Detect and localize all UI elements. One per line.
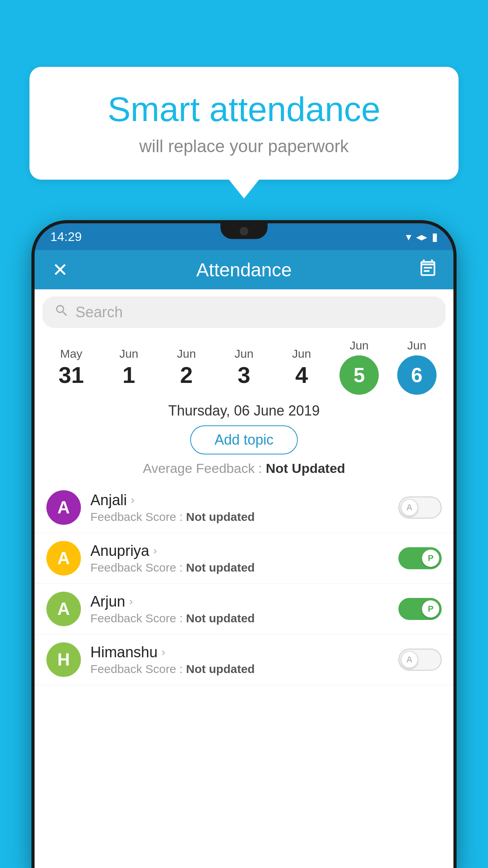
toggle-switch[interactable]: P <box>398 547 442 569</box>
student-info: Anjali ›Feedback Score : Not updated <box>90 492 389 524</box>
student-name: Arjun › <box>90 593 389 610</box>
student-name: Himanshu › <box>90 644 389 661</box>
toggle-switch[interactable]: A <box>398 649 442 671</box>
date-month: May <box>60 347 83 360</box>
avg-feedback: Average Feedback : Not Updated <box>35 461 453 482</box>
date-month: Jun <box>407 339 426 352</box>
phone-inner: 14:29 ▾ ◂▸ ▮ ✕ Attendance <box>35 223 453 868</box>
date-month: Jun <box>350 339 369 352</box>
date-item-3[interactable]: Jun3 <box>220 347 268 386</box>
date-item-1[interactable]: Jun1 <box>105 347 152 386</box>
screen-content: Search May31Jun1Jun2Jun3Jun4Jun5Jun6 Thu… <box>35 289 453 868</box>
calendar-icon[interactable] <box>416 258 440 282</box>
student-name: Anupriya › <box>90 542 389 559</box>
date-month: Jun <box>292 347 311 360</box>
student-feedback: Feedback Score : Not updated <box>90 510 389 524</box>
attendance-toggle[interactable]: A <box>398 497 442 519</box>
camera-notch <box>240 227 248 235</box>
student-feedback: Feedback Score : Not updated <box>90 662 389 676</box>
attendance-toggle[interactable]: A <box>398 649 442 671</box>
student-info: Himanshu ›Feedback Score : Not updated <box>90 644 389 676</box>
add-topic-button[interactable]: Add topic <box>190 425 298 454</box>
date-month: Jun <box>119 347 138 360</box>
avg-feedback-value: Not Updated <box>266 461 345 476</box>
battery-icon: ▮ <box>432 230 438 243</box>
student-feedback: Feedback Score : Not updated <box>90 561 389 574</box>
avatar: A <box>46 490 81 525</box>
date-item-4[interactable]: Jun4 <box>278 347 325 386</box>
student-item[interactable]: HHimanshu ›Feedback Score : Not updatedA <box>35 634 453 685</box>
avatar: H <box>46 642 81 677</box>
date-number: 3 <box>238 364 250 386</box>
selected-date-text: Thursday, 06 June 2019 <box>35 395 453 425</box>
app-title: Attendance <box>72 259 416 281</box>
date-number: 4 <box>295 364 308 386</box>
date-month: Jun <box>235 347 253 360</box>
date-item-2[interactable]: Jun2 <box>163 347 210 386</box>
student-info: Arjun ›Feedback Score : Not updated <box>90 593 389 625</box>
student-item[interactable]: AAnjali ›Feedback Score : Not updatedA <box>35 482 453 533</box>
date-number: 5 <box>354 365 365 385</box>
student-name: Anjali › <box>90 492 389 509</box>
date-number: 6 <box>411 365 422 385</box>
student-item[interactable]: AAnupriya ›Feedback Score : Not updatedP <box>35 533 453 584</box>
status-time: 14:29 <box>50 230 82 244</box>
bubble-title: Smart attendance <box>53 90 435 129</box>
toggle-knob: P <box>422 550 439 567</box>
toggle-knob: A <box>401 499 418 516</box>
student-info: Anupriya ›Feedback Score : Not updated <box>90 542 389 574</box>
date-item-31[interactable]: May31 <box>48 347 95 386</box>
toggle-switch[interactable]: P <box>398 598 442 620</box>
date-number: 31 <box>59 364 84 386</box>
signal-icon: ◂▸ <box>416 230 427 243</box>
phone-frame: 14:29 ▾ ◂▸ ▮ ✕ Attendance <box>31 220 457 868</box>
date-number: 1 <box>123 364 135 386</box>
search-placeholder: Search <box>75 304 123 321</box>
phone-notch <box>220 223 268 239</box>
wifi-icon: ▾ <box>406 230 411 243</box>
app-bar: ✕ Attendance <box>35 250 453 289</box>
date-item-5[interactable]: Jun5 <box>336 339 383 395</box>
attendance-toggle[interactable]: P <box>398 598 442 620</box>
toggle-knob: A <box>401 651 418 668</box>
chevron-right-icon: › <box>161 646 165 658</box>
toggle-switch[interactable]: A <box>398 497 442 519</box>
student-list: AAnjali ›Feedback Score : Not updatedAAA… <box>35 482 453 685</box>
bubble-subtitle: will replace your paperwork <box>53 136 435 156</box>
search-icon <box>54 303 69 322</box>
status-icons: ▾ ◂▸ ▮ <box>406 230 438 243</box>
avatar: A <box>46 592 81 626</box>
student-item[interactable]: AArjun ›Feedback Score : Not updatedP <box>35 584 453 634</box>
date-item-6[interactable]: Jun6 <box>393 339 440 395</box>
chevron-right-icon: › <box>153 544 157 557</box>
date-month: Jun <box>177 347 196 360</box>
search-bar[interactable]: Search <box>42 296 446 328</box>
chevron-right-icon: › <box>131 494 134 506</box>
avg-feedback-label: Average Feedback : <box>143 461 262 476</box>
chevron-right-icon: › <box>129 595 133 608</box>
attendance-toggle[interactable]: P <box>398 547 442 569</box>
avatar: A <box>46 541 81 576</box>
speech-bubble: Smart attendance will replace your paper… <box>29 67 459 180</box>
toggle-knob: P <box>422 600 439 618</box>
student-feedback: Feedback Score : Not updated <box>90 612 389 625</box>
close-icon[interactable]: ✕ <box>48 259 72 281</box>
date-row: May31Jun1Jun2Jun3Jun4Jun5Jun6 <box>35 335 453 395</box>
date-number: 2 <box>180 364 193 386</box>
